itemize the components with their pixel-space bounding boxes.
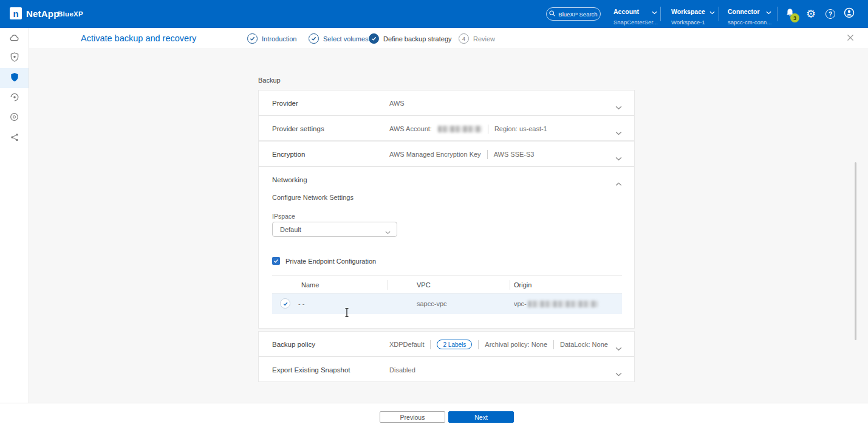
step-check-icon — [369, 33, 379, 44]
nav-divider — [719, 7, 719, 21]
left-sidebar — [0, 28, 29, 403]
step-review[interactable]: 4 Review — [459, 33, 495, 44]
chevron-down-icon[interactable] — [615, 101, 622, 112]
account-menu[interactable]: Account SnapCenterSer... — [613, 6, 657, 26]
top-nav: n NetApp BlueXP BlueXP Search Account Sn… — [0, 0, 868, 28]
labels-badge[interactable]: 2 Labels — [437, 340, 472, 349]
chevron-down-icon — [766, 6, 771, 17]
search-label: BlueXP Search — [558, 11, 597, 18]
section-title: Backup — [258, 77, 281, 84]
datalock-value: DataLock: None — [560, 341, 608, 348]
cell-name: - - — [298, 293, 304, 314]
connector-menu-value: sapcc-cm-conn... — [728, 19, 771, 26]
encryption-type-value: AWS SSE-S3 — [494, 151, 535, 158]
close-icon — [847, 33, 854, 44]
networking-label: Networking — [272, 167, 307, 193]
column-header-name: Name — [301, 276, 319, 294]
bluexp-search-button[interactable]: BlueXP Search — [546, 7, 601, 21]
export-snapshot-value: Disabled — [389, 366, 415, 374]
netapp-logo-icon: n — [10, 7, 22, 19]
step-select-volumes[interactable]: Select volumes — [309, 33, 369, 44]
chevron-down-icon[interactable] — [615, 368, 622, 379]
workspace-menu-value: Workspace-1 — [671, 19, 715, 26]
step-number: 4 — [459, 33, 469, 44]
connector-menu[interactable]: Connector sapcc-cm-conn... — [728, 6, 771, 26]
value-divider — [478, 340, 479, 349]
encryption-row[interactable]: Encryption AWS Managed Encryption Key AW… — [258, 141, 635, 166]
shield-icon — [10, 72, 19, 84]
redacted-account-id — [438, 126, 482, 132]
export-snapshot-row[interactable]: Export Existing Snapshot Disabled — [258, 357, 635, 382]
workspace-menu[interactable]: Workspace Workspace-1 — [671, 6, 715, 26]
cell-origin-prefix: vpc- — [514, 300, 527, 307]
bluexp-app: n NetApp BlueXP BlueXP Search Account Sn… — [0, 0, 868, 424]
account-menu-value: SnapCenterSer... — [613, 19, 657, 26]
step-check-icon — [309, 33, 319, 44]
column-header-origin: Origin — [514, 276, 531, 294]
close-wizard-button[interactable] — [845, 33, 856, 44]
sidebar-item-mobility[interactable] — [0, 88, 29, 108]
provider-settings-label: Provider settings — [272, 116, 324, 142]
checkbox-checked-icon[interactable] — [272, 257, 280, 265]
sidebar-item-health[interactable] — [0, 48, 29, 68]
row-selected-check-icon[interactable] — [280, 298, 290, 309]
export-snapshot-label: Export Existing Snapshot — [272, 357, 350, 383]
aws-account-prefix: AWS Account: — [389, 125, 432, 132]
network-settings-subtitle: Configure Network Settings — [272, 194, 354, 201]
nav-divider — [660, 7, 661, 21]
provider-value: AWS — [389, 100, 405, 107]
value-divider — [553, 340, 554, 349]
chevron-down-icon[interactable] — [615, 127, 622, 138]
share-nodes-icon — [10, 133, 19, 144]
step-label: Review — [473, 35, 495, 43]
cell-vpc: sapcc-vpc — [417, 293, 447, 314]
brand-name: NetApp — [26, 9, 60, 19]
ipspace-select[interactable]: Default — [272, 222, 397, 237]
column-header-vpc: VPC — [417, 276, 431, 294]
step-check-icon — [247, 33, 258, 44]
ipspace-label: IPspace — [272, 213, 295, 220]
value-divider — [430, 340, 431, 349]
globe-icon — [10, 112, 19, 124]
step-define-backup-strategy[interactable]: Define backup strategy — [369, 33, 452, 44]
next-button[interactable]: Next — [448, 411, 514, 423]
account-menu-label: Account — [613, 8, 639, 15]
sidebar-item-storage[interactable] — [0, 28, 29, 48]
settings-button[interactable]: ⚙ — [805, 8, 817, 20]
redacted-vpc-id — [528, 301, 598, 307]
region-value: Region: us-east-1 — [494, 125, 547, 132]
value-divider — [488, 125, 488, 134]
policy-name-value: XDPDefault — [389, 341, 424, 348]
chevron-up-icon[interactable] — [615, 178, 622, 189]
vertical-scrollbar[interactable] — [855, 162, 856, 340]
chevron-down-icon — [652, 6, 657, 17]
previous-button[interactable]: Previous — [380, 411, 445, 423]
chevron-down-icon[interactable] — [615, 152, 622, 163]
provider-row[interactable]: Provider AWS — [258, 90, 635, 115]
notification-badge: 3 — [790, 13, 799, 22]
sidebar-item-extensions[interactable] — [0, 128, 29, 148]
wizard-footer: Previous Next — [0, 403, 868, 424]
chevron-down-icon[interactable] — [615, 343, 622, 354]
private-endpoint-checkbox-row[interactable]: Private Endpoint Configuration — [272, 257, 376, 265]
column-divider — [388, 280, 388, 290]
cloud-icon — [9, 33, 19, 44]
restore-icon — [10, 92, 19, 104]
user-account-button[interactable] — [843, 8, 855, 20]
backup-policy-label: Backup policy — [272, 332, 315, 357]
step-introduction[interactable]: Introduction — [247, 33, 296, 44]
main-content: Backup Provider AWS Provider settings AW… — [29, 49, 868, 403]
nav-divider — [777, 7, 777, 21]
step-label: Introduction — [262, 35, 296, 43]
netapp-logo[interactable]: n NetApp — [10, 7, 60, 19]
sidebar-item-protection[interactable] — [0, 68, 29, 88]
endpoint-table-row[interactable]: - - sapcc-vpc vpc- — [272, 293, 622, 314]
column-divider — [510, 280, 510, 290]
value-divider — [487, 150, 488, 159]
backup-policy-row[interactable]: Backup policy XDPDefault 2 Labels Archiv… — [258, 331, 635, 357]
encryption-key-value: AWS Managed Encryption Key — [389, 151, 481, 158]
help-button[interactable]: ? — [824, 8, 836, 20]
step-label: Select volumes — [323, 35, 369, 43]
provider-settings-row[interactable]: Provider settings AWS Account: Region: u… — [258, 115, 635, 141]
sidebar-item-governance[interactable] — [0, 108, 29, 128]
